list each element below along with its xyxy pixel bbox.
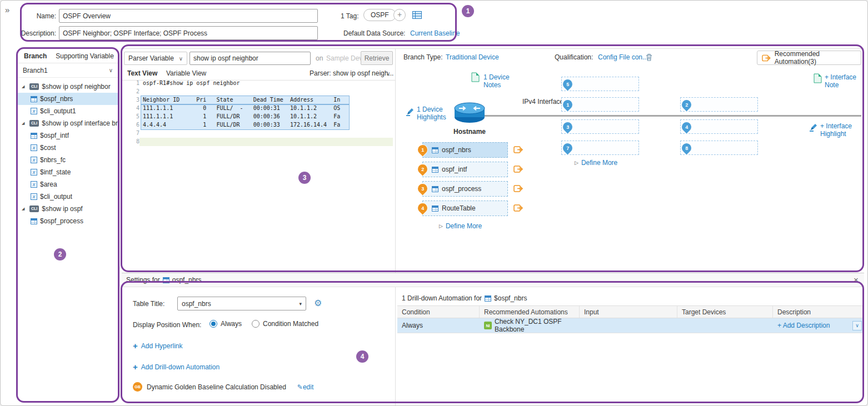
recommended-automation-button[interactable]: Recommended Automation(3) xyxy=(757,51,861,65)
automation-icon[interactable] xyxy=(513,204,523,212)
row-expander[interactable]: ∨ xyxy=(852,321,862,330)
retrieve-button[interactable]: Retrieve xyxy=(361,51,393,65)
tree-node-label: $show ip ospf xyxy=(42,205,82,213)
data-unit-pin: 4 xyxy=(416,201,429,214)
editor-line[interactable]: ospf-R1#show ip ospf neighbor xyxy=(143,80,240,86)
add-description-link[interactable]: + Add Description xyxy=(777,322,830,329)
golden-baseline-icon: GB xyxy=(133,382,142,392)
data-unit-routetable[interactable]: 4 RouteTable xyxy=(422,201,508,216)
drilldown-title: 1 Drill-down Automation for $ospf_nbrs xyxy=(402,294,527,302)
interface-slot-7[interactable]: 7 xyxy=(561,141,639,155)
data-unit-ospf-intf[interactable]: 2 ospf_intf xyxy=(422,162,508,177)
device-notes-icon[interactable] xyxy=(471,72,480,82)
tree-leaf-ospf-intf[interactable]: $ospf_intf xyxy=(17,129,118,142)
tree-leaf-label: $ospf_nbrs xyxy=(40,95,73,103)
add-hyperlink-button[interactable]: + Add Hyperlink xyxy=(133,341,182,350)
editor-line[interactable]: 4.4.4.4 1 FULL/DR 00:00:33 172.16.14.4 F… xyxy=(143,122,340,128)
table-title-value: ospf_nbrs xyxy=(182,300,211,308)
editor-line[interactable]: Neighbor ID Pri State Dead Time Address … xyxy=(143,97,340,103)
tree-leaf-ospf-process[interactable]: $ospf_process xyxy=(17,215,118,227)
editor-line[interactable]: 111.1.1.1 0 FULL/ - 00:00:31 10.1.1.2 OS xyxy=(143,105,340,111)
interface-highlight-link[interactable]: + Interface Highlight xyxy=(820,122,859,138)
branch-panel: Branch Type: Traditional Device Qualific… xyxy=(395,48,864,273)
tree-leaf-ospf-nbrs[interactable]: $ospf_nbrs xyxy=(17,93,118,105)
tree-leaf-cli-output1[interactable]: x $cli_output1 xyxy=(17,105,118,117)
device-notes-link[interactable]: 1 Device Notes xyxy=(483,73,517,89)
edit-link[interactable]: ✎edit xyxy=(297,383,313,391)
data-unit-ospf-nbrs[interactable]: 1 ospf_nbrs xyxy=(422,142,508,158)
data-unit-ospf-process[interactable]: 3 ospf_process xyxy=(422,181,508,197)
add-drilldown-button[interactable]: + Add Drill-down Automation xyxy=(133,362,220,372)
interface-group-label[interactable]: IPv4 Interface xyxy=(522,98,563,106)
tree-leaf-nbrs-fc[interactable]: x $nbrs_fc xyxy=(17,154,118,166)
description-label: Description: xyxy=(12,29,56,37)
hostname-label: Hostname xyxy=(451,128,488,136)
settings-header: Settings for ospf_nbrs xyxy=(122,273,864,287)
interface-slot-3[interactable]: 3 xyxy=(561,119,639,134)
name-input[interactable] xyxy=(59,9,318,23)
radio-condition-matched[interactable]: Condition Matched xyxy=(252,320,318,328)
router-icon[interactable] xyxy=(453,101,486,123)
automation-icon[interactable] xyxy=(513,184,523,193)
interface-slot-2[interactable]: 2 xyxy=(680,97,758,112)
tree-leaf-intf-state[interactable]: x $intf_state xyxy=(17,166,118,178)
tree-node-show-ip-ospf-neighbor[interactable]: ◢ CLI $show ip ospf neighbor xyxy=(17,81,118,93)
settings-title-target: ospf_nbrs xyxy=(172,276,202,284)
interface-slot-1[interactable]: 1 xyxy=(561,97,639,112)
interface-highlight-icon[interactable] xyxy=(809,123,817,132)
tab-supporting-variable[interactable]: Supporting Variable xyxy=(56,52,114,63)
device-highlights-icon[interactable] xyxy=(406,108,414,116)
collapse-panel-icon[interactable]: » xyxy=(5,5,9,14)
tree-node-show-ip-ospf[interactable]: ◢ CLI $show ip ospf xyxy=(17,203,118,215)
callout-3-badge: 3 xyxy=(298,172,311,184)
device-highlights-link[interactable]: 1 Device Highlights xyxy=(417,106,453,121)
branch-selector[interactable]: Branch1 ∨ xyxy=(17,63,118,78)
tab-text-view[interactable]: Text View xyxy=(127,69,157,77)
description-input[interactable] xyxy=(59,26,318,40)
interface-slot-4[interactable]: 4 xyxy=(680,119,758,134)
slot-pin: 3 xyxy=(561,120,574,133)
tag-list-icon[interactable] xyxy=(412,11,422,19)
interface-note-icon[interactable] xyxy=(814,73,822,83)
define-more-interface[interactable]: ▷ Define More xyxy=(575,159,617,167)
tree-node-label: $show ip ospf neighbor xyxy=(42,83,110,91)
automation-icon[interactable] xyxy=(513,165,523,173)
arrow-right-icon: ▷ xyxy=(439,223,443,229)
tree-leaf-cost[interactable]: x $cost xyxy=(17,142,118,154)
tree-node-show-ip-ospf-interface[interactable]: ◢ CLI $show ip ospf interface bri... xyxy=(17,117,118,129)
interface-note-link[interactable]: + Interface Note xyxy=(825,73,861,89)
drilldown-table-row[interactable]: Always NI Check NY_DC1 OSPF Backbone + A… xyxy=(397,318,864,333)
branch-type-link[interactable]: Traditional Device xyxy=(446,53,499,61)
data-source-link[interactable]: Current Baseline xyxy=(410,29,460,37)
tree-leaf-area[interactable]: x $area xyxy=(17,178,118,191)
interface-slot-5[interactable]: 5 xyxy=(561,77,639,91)
qualification-link[interactable]: Config File con... xyxy=(598,53,648,61)
tree-leaf-cli-output[interactable]: x $cli_output xyxy=(17,191,118,203)
parser-command-input[interactable] xyxy=(189,52,311,65)
editor-line[interactable]: 111.1.1.1 1 FULL/DR 00:00:36 10.1.1.2 Fa xyxy=(143,113,340,119)
expanded-icon[interactable]: ◢ xyxy=(22,121,27,126)
variable-icon: x xyxy=(31,108,37,114)
cell-description: + Add Description ∨ xyxy=(773,318,864,333)
tab-variable-view[interactable]: Variable View xyxy=(166,69,206,77)
parser-selector[interactable]: Parser: show ip ospf neigh... xyxy=(310,69,393,77)
interface-slot-8[interactable]: 8 xyxy=(680,141,758,155)
slot-pin: 8 xyxy=(680,141,693,154)
drilldown-title-target: $ospf_nbrs xyxy=(494,294,527,302)
line-number: 5 xyxy=(125,113,139,119)
add-tag-button[interactable]: + xyxy=(393,9,406,21)
delete-qualification-icon[interactable] xyxy=(646,53,652,61)
close-icon[interactable]: × xyxy=(854,275,859,284)
parser-variable-dropdown[interactable]: Parser Variable ∨ xyxy=(124,52,187,65)
automation-icon[interactable] xyxy=(513,146,523,154)
tab-branch[interactable]: Branch xyxy=(24,52,47,63)
table-icon xyxy=(432,147,438,153)
radio-icon xyxy=(252,320,260,328)
gear-icon[interactable]: ⚙ xyxy=(314,298,322,308)
tag-chip[interactable]: OSPF xyxy=(363,9,396,21)
radio-always[interactable]: Always xyxy=(209,320,242,328)
define-more-device[interactable]: ▷ Define More xyxy=(439,222,482,230)
expanded-icon[interactable]: ◢ xyxy=(22,207,27,211)
table-title-combo[interactable]: ospf_nbrs ▾ xyxy=(177,297,306,310)
expanded-icon[interactable]: ◢ xyxy=(22,84,27,89)
